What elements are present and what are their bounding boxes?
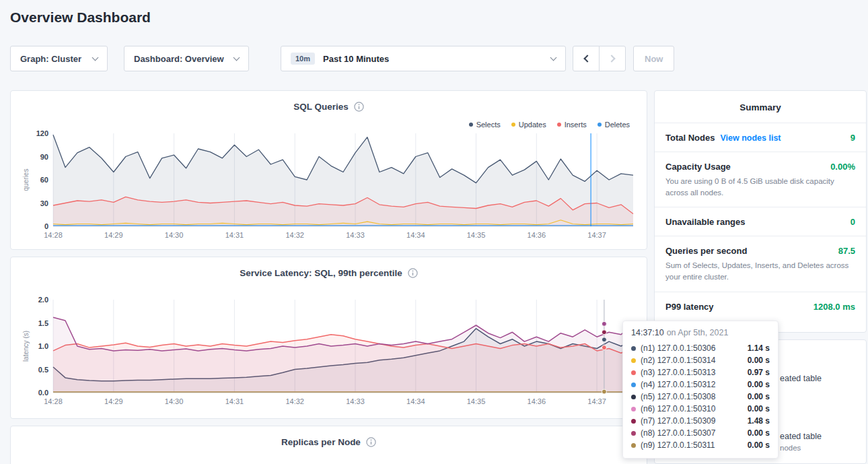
svg-text:60: 60 — [40, 176, 48, 184]
summary-row-total-nodes: Total Nodes View nodes list 9 — [655, 123, 866, 152]
graph-dropdown-label: Graph: Cluster — [20, 54, 81, 64]
info-icon[interactable] — [408, 268, 418, 278]
svg-text:14:35: 14:35 — [467, 231, 486, 239]
svg-text:14:30: 14:30 — [165, 231, 184, 239]
capacity-usage-label: Capacity Usage — [665, 162, 731, 172]
chevron-right-icon — [608, 55, 615, 62]
legend-dot-icon — [598, 123, 602, 127]
svg-text:14:29: 14:29 — [104, 397, 123, 405]
series-dot-icon — [631, 346, 636, 351]
summary-title: Summary — [655, 91, 866, 123]
dashboard-dropdown[interactable]: Dashboard: Overview — [124, 46, 249, 71]
unavailable-ranges-label: Unavailable ranges — [665, 217, 746, 227]
svg-text:14:34: 14:34 — [406, 231, 425, 239]
time-nav-group — [573, 46, 626, 71]
time-prev-button[interactable] — [573, 46, 600, 71]
svg-text:14:34: 14:34 — [406, 397, 425, 405]
info-icon[interactable] — [366, 437, 376, 447]
series-dot-icon — [631, 443, 636, 448]
svg-text:14:36: 14:36 — [528, 231, 546, 239]
series-dot-icon — [631, 431, 636, 436]
sql-queries-panel: SQL Queries SelectsUpdatesInsertsDeletes… — [10, 90, 647, 250]
svg-text:14:33: 14:33 — [346, 231, 365, 239]
series-dot-icon — [631, 370, 636, 375]
service-latency-title: Service Latency: SQL, 99th percentile — [240, 268, 402, 278]
event-text-fragment[interactable]: eated table — [780, 374, 822, 383]
replicas-per-node-title: Replicas per Node — [281, 437, 361, 447]
svg-text:latency (s): latency (s) — [22, 331, 30, 362]
queries-per-second-subtext: Sum of Selects, Updates, Inserts, and De… — [665, 260, 855, 282]
tooltip-date: on Apr 5th, 2021 — [667, 328, 729, 337]
svg-text:14:32: 14:32 — [285, 397, 304, 405]
svg-text:90: 90 — [40, 153, 48, 161]
total-nodes-label: Total Nodes — [665, 133, 715, 143]
chevron-down-icon — [233, 54, 240, 61]
tooltip-row: (n9) 127.0.0.1:503110.00 s — [631, 439, 770, 451]
summary-row-queries-per-second: Queries per second 87.5 Sum of Selects, … — [655, 236, 866, 291]
tooltip-row: (n6) 127.0.0.1:503100.00 s — [631, 403, 770, 415]
time-next-button[interactable] — [599, 46, 626, 71]
view-nodes-list-link[interactable]: View nodes list — [720, 133, 781, 143]
series-dot-icon — [631, 419, 636, 424]
svg-text:0: 0 — [44, 222, 48, 230]
time-range-selector[interactable]: 10m Past 10 Minutes — [281, 46, 566, 71]
svg-text:14:28: 14:28 — [44, 231, 63, 239]
service-latency-chart[interactable]: 14:2814:2914:3014:3114:3214:3314:3414:35… — [21, 294, 638, 410]
service-latency-panel: Service Latency: SQL, 99th percentile 14… — [10, 257, 647, 419]
svg-text:14:29: 14:29 — [104, 231, 123, 239]
summary-row-unavailable-ranges: Unavailable ranges 0 — [655, 207, 866, 236]
queries-per-second-value: 87.5 — [838, 246, 855, 256]
svg-text:14:33: 14:33 — [346, 397, 365, 405]
svg-text:120: 120 — [36, 129, 48, 137]
series-dot-icon — [631, 358, 636, 363]
time-range-badge: 10m — [291, 53, 315, 65]
page-title: Overview Dashboard — [10, 9, 151, 26]
tooltip-row: (n5) 127.0.0.1:503080.00 s — [631, 391, 770, 403]
svg-text:0.5: 0.5 — [38, 366, 48, 374]
svg-text:14:37: 14:37 — [587, 231, 606, 239]
event-text-fragment: nodes — [780, 444, 801, 452]
event-text-fragment[interactable]: eated table — [780, 432, 822, 441]
svg-text:1.5: 1.5 — [38, 319, 48, 327]
series-dot-icon — [631, 383, 636, 387]
tooltip-rows: (n1) 127.0.0.1:503061.14 s(n2) 127.0.0.1… — [631, 342, 770, 451]
svg-text:queries: queries — [22, 169, 30, 191]
sql-queries-title: SQL Queries — [293, 102, 349, 112]
replicas-per-node-panel: Replicas per Node — [10, 426, 647, 464]
legend-dot-icon — [557, 123, 561, 127]
queries-per-second-label: Queries per second — [665, 246, 747, 256]
svg-text:14:35: 14:35 — [467, 397, 486, 405]
total-nodes-value: 9 — [851, 133, 855, 143]
info-icon[interactable] — [354, 102, 364, 112]
legend-dot-icon — [511, 123, 515, 127]
summary-row-capacity-usage: Capacity Usage 0.00% You are using 0 B o… — [655, 152, 866, 207]
sql-queries-chart[interactable]: 14:2814:2914:3014:3114:3214:3314:3414:35… — [21, 128, 638, 244]
chevron-down-icon — [92, 54, 99, 61]
svg-text:14:32: 14:32 — [285, 231, 304, 239]
svg-text:14:37: 14:37 — [587, 397, 606, 405]
unavailable-ranges-value: 0 — [851, 217, 855, 227]
tooltip-time: 14:37:10 — [631, 328, 664, 337]
svg-text:14:30: 14:30 — [165, 397, 184, 405]
capacity-usage-value: 0.00% — [830, 162, 855, 172]
tooltip-row: (n2) 127.0.0.1:503140.00 s — [631, 354, 770, 366]
now-button[interactable]: Now — [633, 46, 674, 71]
chevron-left-icon — [583, 55, 591, 62]
p99-latency-value: 1208.0 ms — [813, 302, 855, 312]
overview-dashboard-page: Overview Dashboard Graph: Cluster Dashbo… — [0, 0, 868, 464]
svg-text:14:36: 14:36 — [528, 397, 546, 405]
p99-latency-label: P99 latency — [665, 302, 714, 312]
summary-row-p99-latency: P99 latency 1208.0 ms — [655, 292, 866, 321]
tooltip-row: (n1) 127.0.0.1:503061.14 s — [631, 342, 770, 354]
summary-panel: Summary Total Nodes View nodes list 9 Ca… — [654, 90, 867, 333]
tooltip-row: (n3) 127.0.0.1:503130.97 s — [631, 366, 770, 378]
tooltip-timestamp: 14:37:10on Apr 5th, 2021 — [631, 328, 770, 342]
svg-text:14:31: 14:31 — [225, 231, 244, 239]
capacity-usage-subtext: You are using 0 B of 4.5 GiB usable disk… — [665, 176, 855, 198]
series-dot-icon — [631, 407, 636, 411]
chart-tooltip: 14:37:10on Apr 5th, 2021 (n1) 127.0.0.1:… — [622, 321, 779, 459]
graph-dropdown[interactable]: Graph: Cluster — [10, 46, 108, 71]
svg-text:30: 30 — [40, 199, 48, 207]
legend-dot-icon — [469, 123, 473, 127]
svg-text:2.0: 2.0 — [38, 296, 48, 304]
